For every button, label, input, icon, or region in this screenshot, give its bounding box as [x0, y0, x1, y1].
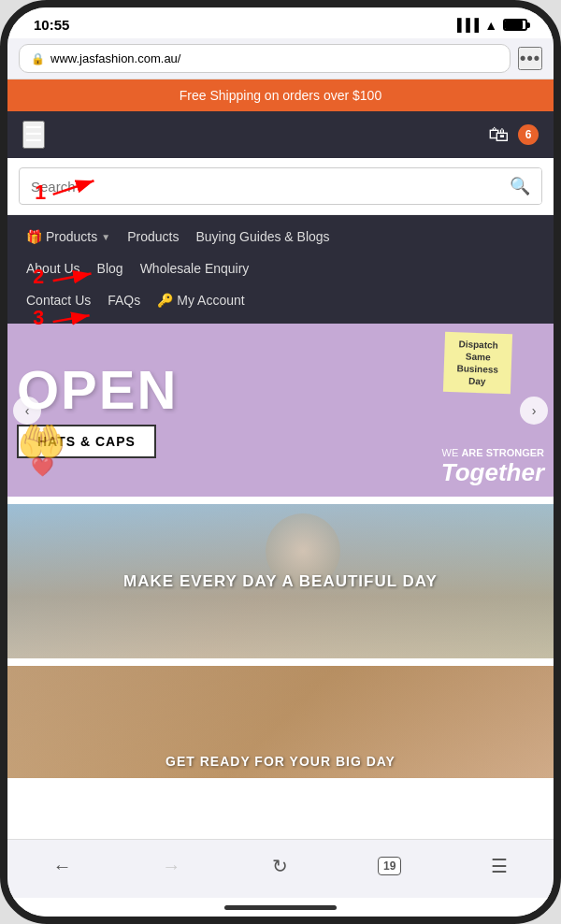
- status-time: 10:55: [34, 17, 69, 33]
- we-are-text: WE ARE STRONGER: [441, 447, 544, 458]
- gift-icon: 🎁: [26, 229, 42, 244]
- hero-content: ‹ OPEN HATS & CAPS 🤲 ❤️ DispatchSameBusi…: [7, 324, 554, 497]
- url-bar[interactable]: 🔒 www.jasfashion.com.au/: [19, 44, 511, 73]
- hero-carousel: ‹ OPEN HATS & CAPS 🤲 ❤️ DispatchSameBusi…: [7, 324, 554, 497]
- cart-icon[interactable]: 🛍: [488, 123, 509, 146]
- nav-item-buying-guides[interactable]: Buying Guides & Blogs: [188, 224, 337, 249]
- nav-wholesale-label: Wholesale Enquiry: [140, 261, 250, 276]
- nav-row-1: 🎁 Products ▼ Products Buying Guides & Bl…: [7, 221, 554, 253]
- nav-item-about-us[interactable]: About Us: [19, 256, 88, 281]
- search-input[interactable]: [20, 171, 498, 202]
- nav-menu: 🎁 Products ▼ Products Buying Guides & Bl…: [7, 215, 554, 324]
- nav-my-account-label: My Account: [177, 293, 244, 308]
- website-content: Free Shipping on orders over $100 ☰ 🛍 6 …: [7, 79, 554, 839]
- nav-item-faqs[interactable]: FAQs: [100, 288, 148, 312]
- dropdown-arrow-icon: ▼: [101, 232, 110, 242]
- tabs-button[interactable]: 19: [369, 849, 410, 883]
- signal-icon: ▐▐▐: [453, 18, 480, 32]
- status-icons: ▐▐▐ ▲: [453, 18, 528, 33]
- search-bar-wrap: 🔍: [7, 158, 554, 215]
- nav-products-label-2: Products: [127, 229, 179, 244]
- hamburger-menu-button[interactable]: ☰: [22, 121, 45, 149]
- reload-button[interactable]: ↻: [260, 849, 301, 883]
- nav-row-3: Contact Us FAQs 🔑 My Account: [7, 284, 554, 316]
- nav-about-us-label: About Us: [26, 261, 80, 276]
- home-bar: [224, 905, 337, 910]
- battery-icon: [503, 19, 527, 31]
- tabs-count: 19: [378, 857, 401, 875]
- carousel-next-button[interactable]: ›: [520, 397, 548, 425]
- nav-products-label-1: Products: [46, 229, 97, 244]
- home-indicator: [7, 898, 554, 917]
- search-button[interactable]: 🔍: [498, 168, 541, 204]
- nav-item-contact[interactable]: Contact Us: [19, 288, 98, 312]
- phone-frame: 10:55 ▐▐▐ ▲ 🔒 www.jasfashion.com.au/ •••…: [0, 0, 561, 924]
- banner-2-text: MAKE EVERY DAY A BEAUTIFUL DAY: [123, 572, 438, 591]
- dispatch-note: DispatchSameBusinessDay: [443, 332, 512, 394]
- together-text: Together: [441, 458, 544, 487]
- wifi-icon: ▲: [484, 18, 497, 33]
- nav-item-products-2[interactable]: Products: [120, 224, 186, 249]
- promo-banner: Free Shipping on orders over $100: [7, 79, 554, 111]
- url-text: www.jasfashion.com.au/: [50, 51, 498, 65]
- browser-bar: 🔒 www.jasfashion.com.au/ •••: [7, 38, 554, 79]
- cart-icon-wrap: 🛍: [488, 123, 509, 147]
- carousel-prev-button[interactable]: ‹: [13, 397, 41, 425]
- nav-contact-label: Contact Us: [26, 293, 91, 308]
- nav-faqs-label: FAQs: [108, 293, 140, 308]
- banner-2: MAKE EVERY DAY A BEAUTIFUL DAY: [7, 504, 554, 658]
- banner-2-overlay: MAKE EVERY DAY A BEAUTIFUL DAY: [7, 504, 554, 658]
- nav-buying-guides-label: Buying Guides & Blogs: [195, 229, 329, 244]
- nav-row-2: About Us Blog Wholesale Enquiry: [7, 253, 554, 284]
- bottom-browser-bar: ← → ↻ 19 ☰: [7, 839, 554, 898]
- forward-button[interactable]: →: [151, 849, 192, 883]
- nav-item-blog[interactable]: Blog: [90, 256, 131, 281]
- banner-3: GET READY FOR YOUR BIG DAY: [7, 666, 554, 778]
- nav-item-products-icon[interactable]: 🎁 Products ▼: [19, 224, 118, 249]
- heart-icon: ❤️: [31, 455, 79, 478]
- cart-badge[interactable]: 6: [518, 124, 539, 145]
- banner-3-text: GET READY FOR YOUR BIG DAY: [7, 754, 554, 769]
- nav-item-wholesale[interactable]: Wholesale Enquiry: [133, 256, 257, 281]
- key-icon: 🔑: [157, 293, 173, 308]
- browser-menu-button[interactable]: ☰: [479, 849, 520, 883]
- nav-right-icons: 🛍 6: [488, 123, 539, 147]
- promo-text: Free Shipping on orders over $100: [180, 88, 381, 103]
- nav-item-my-account[interactable]: 🔑 My Account: [150, 288, 252, 312]
- back-button[interactable]: ←: [41, 849, 82, 883]
- browser-options-button[interactable]: •••: [518, 47, 542, 70]
- lock-icon: 🔒: [31, 52, 45, 65]
- nav-blog-label: Blog: [97, 261, 123, 276]
- search-bar: 🔍: [19, 167, 542, 205]
- we-stronger-text: WE ARE STRONGER Together: [441, 447, 544, 487]
- status-bar: 10:55 ▐▐▐ ▲: [7, 7, 554, 38]
- hero-hand-area: 🤲 ❤️: [17, 419, 65, 487]
- nav-header: ☰ 🛍 6: [7, 111, 554, 158]
